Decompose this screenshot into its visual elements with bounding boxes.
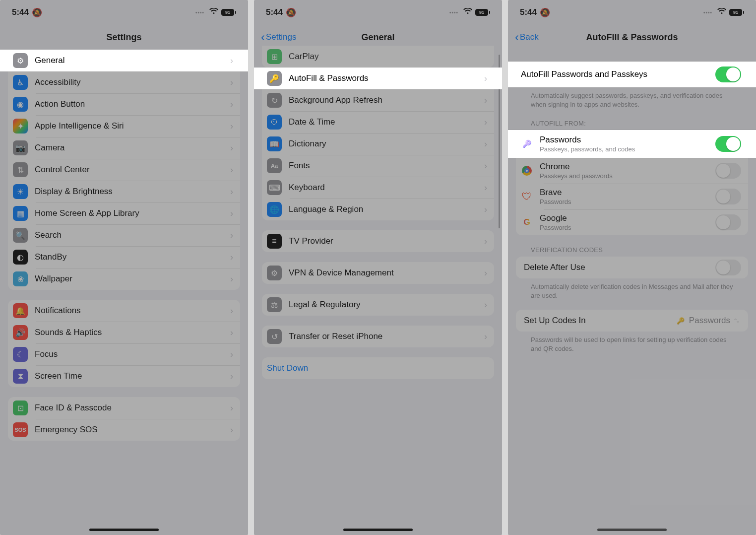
general-list[interactable]: ⊞ CarPlay 🔑AutoFill & Passwords›↻Backgro… [254,46,502,439]
row-label: Notifications [35,306,230,316]
row-display-brightness[interactable]: ☀︎Display & Brightness› [8,181,240,202]
section-header-verification: VERIFICATION CODES [531,246,740,254]
row-camera[interactable]: 📷Camera› [8,137,240,159]
row-screen-time[interactable]: ⧗Screen Time› [8,365,240,387]
row-label: Apple Intelligence & Siri [35,121,230,131]
autofill-list[interactable]: AutoFill Passwords and PasskeysAutomatic… [508,50,756,414]
row-general[interactable]: ⚙︎General› [0,50,248,71]
row-label: Sounds & Haptics [35,328,230,337]
chevron-right-icon: › [484,268,487,278]
chevron-right-icon: › [230,56,233,66]
row-standby[interactable]: ◐StandBy› [8,246,240,268]
chevron-right-icon: › [230,143,233,153]
provider-sublabel: Passwords [540,224,715,231]
row-legal-regulatory[interactable]: ⚖︎Legal & Regulatory› [262,294,494,316]
chevron-right-icon: › [230,328,233,338]
shut-down-label: Shut Down [267,363,487,373]
row-control-center[interactable]: ⇅Control Center› [8,159,240,181]
row-notifications[interactable]: 🔔Notifications› [8,300,240,322]
row-accessibility[interactable]: ♿︎Accessibility› [8,71,240,93]
row-label: Focus [35,349,230,359]
chevron-right-icon: › [230,230,233,241]
row-label: General [35,56,230,66]
cellular-dots-icon: •••• [195,10,204,15]
row-focus[interactable]: ☾Focus› [8,343,240,365]
chevron-right-icon: › [230,77,233,88]
reset-icon: ↺ [267,329,282,344]
screen-general: 5:44 🔕 •••• 91 ‹ Settings General ⊞ CarP… [254,0,502,535]
row-sounds-haptics[interactable]: 🔊Sounds & Haptics› [8,322,240,343]
row-search[interactable]: 🔍Search› [8,224,240,246]
row-label: Wallpaper [35,274,230,284]
standby-icon: ◐ [13,250,28,265]
status-bar: 5:44 🔕 •••• 91 [508,0,756,25]
row-vpn-device-management[interactable]: ⚙︎VPN & Device Management› [262,262,494,284]
row-fonts[interactable]: AaFonts› [262,155,494,177]
row-wallpaper[interactable]: ❀Wallpaper› [8,268,240,290]
home-indicator[interactable] [597,529,667,531]
setup-codes-row[interactable]: Set Up Codes In🔑Passwords⌃⌄ [516,310,748,332]
faceid-icon: ⊡ [13,401,28,415]
section-footer: Automatically suggest passwords, passkey… [531,91,733,109]
bell-slash-icon: 🔕 [540,7,550,18]
calendar-icon: ⏲ [267,115,282,130]
highlighted-row[interactable]: ⚙︎General› [0,50,248,71]
row-home-screen-app-library[interactable]: ▦Home Screen & App Library› [8,202,240,224]
battery-icon: 91 [475,9,490,16]
row-label: Camera [35,143,230,153]
row-dictionary[interactable]: 📖Dictionary› [262,133,494,155]
row-tv-provider[interactable]: ≡TV Provider› [262,230,494,252]
row-transfer-or-reset-iphone[interactable]: ↺Transfer or Reset iPhone› [262,326,494,347]
row-background-app-refresh[interactable]: ↻Background App Refresh› [262,89,494,111]
row-label: Keyboard [289,183,484,193]
chevron-right-icon: › [484,95,487,106]
row-date-time[interactable]: ⏲Date & Time› [262,111,494,133]
row-action-button[interactable]: ◉Action Button› [8,93,240,115]
home-indicator[interactable] [343,529,413,531]
toggle-switch[interactable] [715,67,741,82]
shut-down-button[interactable]: Shut Down [262,357,494,379]
row-label: Dictionary [289,139,484,149]
chevron-left-icon: ‹ [261,30,265,44]
row-keyboard[interactable]: ⌨︎Keyboard› [262,177,494,199]
back-button[interactable]: ‹ Settings [261,30,296,44]
highlighted-row[interactable]: 🔑AutoFill & Passwords› [254,67,502,89]
gear-icon: ⚙︎ [13,53,28,68]
provider-google-row[interactable]: GGooglePasswords [516,209,748,235]
provider-sublabel: Passwords [540,198,715,205]
toggle-switch[interactable] [715,189,741,204]
toggle-switch[interactable] [715,163,741,179]
provider-chrome-row[interactable]: ChromePasskeys and passwords [516,158,748,184]
status-time: 5:44 [520,7,537,17]
row-emergency-sos[interactable]: SOSEmergency SOS› [8,419,240,441]
book-icon: 📖 [267,136,282,151]
chevron-right-icon: › [484,73,487,84]
section-header-autofill-from: AUTOFILL FROM: [531,120,740,127]
provider-passwords-row[interactable]: 🔑PasswordsPasskeys, passwords, and codes [508,130,756,158]
row-label: Face ID & Passcode [35,403,230,413]
back-button[interactable]: ‹ Back [515,30,539,44]
chevron-right-icon: › [230,349,233,360]
provider-label: Google [540,213,715,223]
row-carplay[interactable]: ⊞ CarPlay [262,46,494,67]
row-language-region[interactable]: 🌐Language & Region› [262,199,494,220]
nav-bar: ‹ Back AutoFill & Passwords [508,25,756,50]
row-label: Action Button [35,99,230,109]
vpn-icon: ⚙︎ [267,266,282,280]
settings-list[interactable]: ⚙︎General›♿︎Accessibility›◉Action Button… [0,50,248,500]
provider-brave-row[interactable]: 🛡BravePasswords [516,184,748,209]
keyboard-icon: ⌨︎ [267,180,282,195]
toggle-switch[interactable] [715,136,741,152]
toggle-switch[interactable] [715,260,741,275]
wifi-icon [209,7,218,17]
home-indicator[interactable] [89,529,159,531]
autofill-master-toggle-row[interactable]: AutoFill Passwords and Passkeys [508,62,756,87]
toggle-switch[interactable] [715,214,741,230]
row-label: Screen Time [35,371,230,381]
row-apple-intelligence-siri[interactable]: ✦Apple Intelligence & Siri› [8,115,240,137]
row-label: Set Up Codes In [524,316,675,326]
row-autofill-passwords[interactable]: 🔑AutoFill & Passwords› [254,67,502,89]
sun-icon: ☀︎ [13,184,28,199]
row-face-id-passcode[interactable]: ⊡Face ID & Passcode› [8,397,240,419]
delete-after-use-row[interactable]: Delete After Use [516,257,748,278]
